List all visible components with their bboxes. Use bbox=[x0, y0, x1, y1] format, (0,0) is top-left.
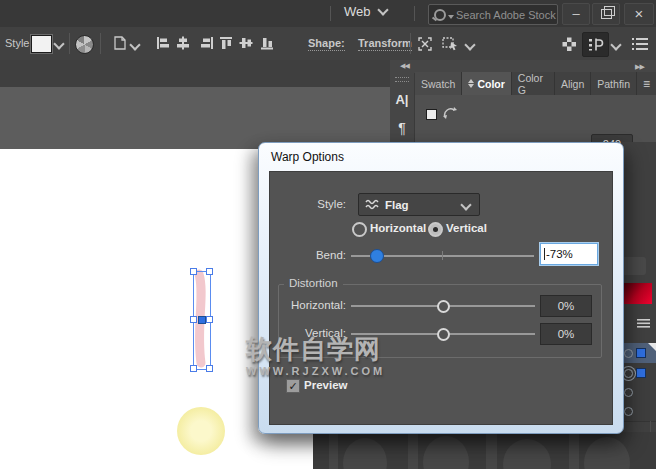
warp-style-label: Style: bbox=[270, 198, 346, 210]
layers-menu-icon[interactable] bbox=[637, 319, 650, 328]
vertical-value-field[interactable]: 0% bbox=[540, 323, 592, 345]
paragraph-panel-icon[interactable]: ¶ bbox=[390, 120, 414, 136]
preview-label[interactable]: Preview bbox=[304, 379, 347, 391]
document-setup-icon[interactable] bbox=[112, 35, 128, 51]
illustrator-window: Web Search Adobe Stock – × Style: bbox=[0, 0, 656, 469]
background-window-area bbox=[313, 432, 656, 469]
chevron-down-icon bbox=[377, 4, 388, 15]
document-chevron-icon[interactable] bbox=[129, 39, 140, 50]
fill-stroke-proxy-icon[interactable] bbox=[426, 109, 437, 120]
horizontal-value-field[interactable]: 0% bbox=[540, 295, 592, 317]
ghost-letterform bbox=[584, 437, 630, 469]
divider bbox=[330, 6, 331, 21]
swap-fill-stroke-icon[interactable] bbox=[443, 107, 457, 120]
current-layer-indicator bbox=[648, 343, 656, 351]
collapse-panels-icon[interactable]: ◀◀ bbox=[400, 62, 409, 70]
horizontal-radio[interactable] bbox=[352, 222, 367, 237]
check-icon: ✓ bbox=[288, 380, 297, 392]
recolor-artwork-icon[interactable] bbox=[75, 35, 94, 54]
ghost-letterform bbox=[486, 432, 497, 469]
preview-checkbox[interactable]: ✓ bbox=[286, 379, 300, 393]
yellow-highlight-artwork[interactable] bbox=[177, 407, 225, 455]
isolate-selection-icon[interactable] bbox=[442, 36, 460, 52]
workspace-switcher-label: Web bbox=[344, 4, 371, 19]
layer-target-icon[interactable] bbox=[624, 349, 633, 358]
red-gradient-swatch[interactable] bbox=[620, 283, 652, 304]
application-titlebar: Web Search Adobe Stock – × bbox=[0, 0, 656, 28]
divider bbox=[410, 33, 411, 54]
divider bbox=[414, 6, 415, 21]
text-caret bbox=[544, 248, 545, 260]
tab-color-guide[interactable]: Color G bbox=[512, 72, 555, 95]
close-button[interactable]: × bbox=[624, 3, 654, 25]
dock-layout-icon bbox=[587, 37, 604, 52]
warp-style-dropdown[interactable]: Flag bbox=[358, 193, 480, 216]
search-icon bbox=[434, 9, 454, 21]
style-chevron-icon[interactable] bbox=[53, 38, 64, 49]
vertical-radio-label[interactable]: Vertical bbox=[446, 222, 487, 234]
selection-handle[interactable] bbox=[190, 316, 197, 323]
ghost-letterform bbox=[329, 432, 338, 469]
ghost-letterform bbox=[503, 439, 551, 469]
free-transform-icon[interactable] bbox=[417, 36, 433, 52]
align-center-horizontal-icon[interactable] bbox=[176, 36, 190, 50]
dock-toggle-chevron-icon[interactable] bbox=[610, 39, 621, 50]
selection-handle[interactable] bbox=[206, 365, 213, 372]
shape-link[interactable]: Shape: bbox=[308, 37, 345, 51]
panel-grip[interactable] bbox=[395, 77, 409, 82]
divider bbox=[100, 33, 101, 54]
menu-list-icon[interactable] bbox=[632, 38, 648, 50]
panel-tab-bar: Swatch Color Color G Align Pathfin ≡ bbox=[415, 72, 656, 95]
selection-handle[interactable] bbox=[206, 316, 213, 323]
panel-menu-icon: ≡ bbox=[643, 77, 650, 91]
restore-button[interactable] bbox=[592, 3, 620, 25]
layer-row[interactable] bbox=[622, 383, 656, 403]
character-panel-icon[interactable]: A| bbox=[390, 92, 414, 107]
search-input[interactable]: Search Adobe Stock bbox=[428, 4, 558, 25]
vertical-slider-handle[interactable] bbox=[437, 328, 450, 341]
layer-target-icon[interactable] bbox=[624, 388, 633, 397]
graphic-style-swatch[interactable] bbox=[31, 35, 52, 53]
layer-row[interactable] bbox=[622, 402, 656, 422]
tab-color[interactable]: Color bbox=[462, 72, 511, 95]
pasteboard bbox=[0, 87, 390, 149]
layer-row-selected[interactable] bbox=[622, 343, 656, 364]
layer-target-icon[interactable] bbox=[624, 369, 633, 378]
minimize-button[interactable]: – bbox=[562, 3, 590, 25]
panel-menu-button[interactable]: ≡ bbox=[637, 72, 656, 95]
horizontal-slider-handle[interactable] bbox=[437, 300, 450, 313]
distort-horizontal-label: Horizontal: bbox=[270, 299, 346, 311]
selection-handle[interactable] bbox=[206, 268, 213, 275]
style-label: Style: bbox=[5, 37, 33, 49]
selection-center-point[interactable] bbox=[198, 316, 206, 324]
align-right-icon[interactable] bbox=[200, 36, 214, 50]
expand-panels-icon[interactable]: ▶▶ bbox=[635, 63, 644, 71]
tab-align[interactable]: Align bbox=[555, 72, 591, 95]
restore-icon bbox=[601, 9, 612, 19]
transform-link[interactable]: Transform bbox=[358, 37, 412, 51]
panel-dock-toggle-button[interactable] bbox=[582, 32, 609, 57]
grid-arrange-icon[interactable] bbox=[562, 37, 577, 52]
layer-selection-indicator[interactable] bbox=[636, 368, 646, 378]
search-placeholder: Search Adobe Stock bbox=[456, 9, 556, 21]
horizontal-radio-label[interactable]: Horizontal bbox=[370, 222, 426, 234]
selection-handle[interactable] bbox=[190, 365, 197, 372]
isolate-chevron-icon[interactable] bbox=[464, 39, 475, 50]
align-left-icon[interactable] bbox=[156, 36, 170, 50]
layer-target-icon[interactable] bbox=[624, 407, 633, 416]
workspace-switcher[interactable]: Web bbox=[344, 4, 387, 19]
align-bottom-icon[interactable] bbox=[260, 36, 274, 50]
bend-slider-handle[interactable] bbox=[370, 249, 384, 263]
layer-selection-indicator[interactable] bbox=[636, 348, 646, 358]
dropdown-chevron-icon bbox=[460, 199, 471, 210]
tab-pathfinder[interactable]: Pathfin bbox=[591, 72, 637, 95]
control-bar: Style: Shape: Transform bbox=[0, 27, 656, 61]
selection-handle[interactable] bbox=[190, 268, 197, 275]
tab-swatches[interactable]: Swatch bbox=[415, 72, 462, 95]
layer-row[interactable] bbox=[622, 363, 656, 384]
align-top-icon[interactable] bbox=[219, 36, 233, 50]
bend-value-field[interactable]: -73% bbox=[540, 243, 598, 265]
align-center-vertical-icon[interactable] bbox=[239, 36, 253, 50]
vertical-radio[interactable] bbox=[428, 222, 443, 237]
collapse-panel-icon bbox=[468, 79, 474, 88]
